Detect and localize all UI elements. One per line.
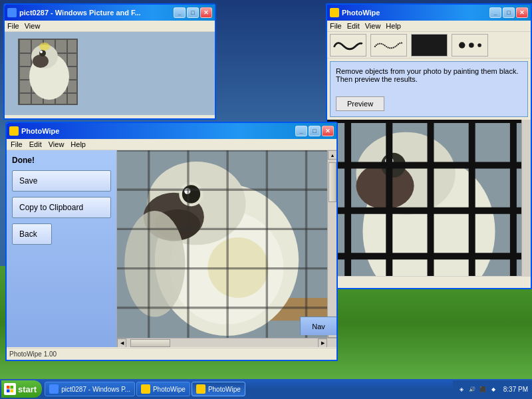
main-menubar: File Edit View Help — [7, 139, 336, 150]
volume-icon: 🔊 — [467, 384, 477, 394]
parrot-thumbnail — [18, 39, 78, 105]
svg-rect-67 — [11, 390, 14, 393]
taskbar-item-photowipe-1[interactable]: PhotoWipe — [136, 382, 190, 396]
large-photowipe-controls: _ □ ✕ — [489, 7, 528, 18]
large-photowipe-content — [327, 120, 531, 289]
menu-help-main[interactable]: Help — [70, 140, 86, 148]
menu-view-main[interactable]: View — [49, 140, 65, 148]
svg-rect-65 — [11, 386, 14, 389]
menu-view[interactable]: View — [25, 22, 41, 30]
status-text: PhotoWipe 1.00 — [9, 350, 57, 358]
scroll-thumb-horizontal[interactable] — [130, 339, 170, 347]
main-body: Done! Save Copy to Clipboard Back — [7, 150, 336, 347]
large-photowipe-window: PhotoWipe _ □ ✕ File Edit View Help — [326, 3, 532, 289]
svg-point-50 — [124, 211, 185, 317]
close-button[interactable]: ✕ — [200, 7, 212, 18]
close-button-large[interactable]: ✕ — [516, 7, 528, 18]
picture-viewer-title: pict0287 - Windows Picture and F... — [7, 8, 141, 17]
taskbar: start pict0287 - Windows P... PhotoWipe … — [0, 379, 532, 399]
main-photowipe-window: PhotoWipe _ □ ✕ File Edit View Help Done… — [5, 122, 338, 361]
large-photowipe-titlebar: PhotoWipe _ □ ✕ — [327, 5, 531, 21]
large-scrollbar-vertical[interactable] — [521, 120, 531, 289]
main-maximize-button[interactable]: □ — [309, 126, 321, 136]
main-window-controls: _ □ ✕ — [295, 126, 334, 136]
taskbar-item-picture-viewer[interactable]: pict0287 - Windows P... — [45, 382, 135, 396]
picture-viewer-icon — [7, 8, 17, 17]
main-close-button[interactable]: ✕ — [322, 126, 334, 136]
parrot-thumb-svg — [19, 40, 78, 105]
scroll-up-arrow[interactable]: ▲ — [328, 150, 336, 160]
preview-button[interactable]: Preview — [336, 96, 384, 111]
taskbar-item-label-1: pict0287 - Windows P... — [61, 386, 130, 393]
scroll-left-arrow[interactable]: ◀ — [117, 338, 126, 347]
menu-edit-main[interactable]: Edit — [29, 140, 42, 148]
left-panel: Done! Save Copy to Clipboard Back — [7, 150, 116, 347]
minimize-button-large[interactable]: _ — [489, 7, 501, 18]
scrollbar-horizontal[interactable]: ◀ ▶ — [117, 338, 336, 347]
svg-point-48 — [182, 185, 200, 203]
save-button[interactable]: Save — [12, 170, 111, 192]
main-minimize-button[interactable]: _ — [295, 126, 307, 136]
minimize-button[interactable]: _ — [174, 7, 186, 18]
system-tray-icons: ◈ 🔊 ⬛ ◆ — [457, 384, 498, 394]
svg-point-20 — [477, 43, 481, 47]
main-title: PhotoWipe — [9, 126, 59, 136]
menu-view-large[interactable]: View — [365, 22, 381, 30]
large-parrot-svg — [327, 120, 531, 289]
image-panel: ▲ ▼ ◀ ▶ Nav — [116, 150, 336, 347]
photowipe-icon — [330, 8, 339, 17]
menu-file[interactable]: File — [7, 22, 19, 30]
scroll-thumb-vertical[interactable] — [329, 162, 336, 202]
wavy-tool-2[interactable] — [370, 34, 407, 57]
system-clock: 8:37 PM — [501, 386, 528, 393]
svg-rect-17 — [415, 39, 443, 51]
back-button[interactable]: Back — [12, 223, 52, 245]
menu-help-large[interactable]: Help — [386, 22, 401, 30]
done-label: Done! — [12, 156, 111, 165]
status-bar: PhotoWipe 1.00 — [7, 348, 336, 360]
description-box: Remove objects from your photo by painti… — [330, 61, 528, 117]
large-status-bar — [327, 276, 531, 288]
antivirus-icon: ◆ — [489, 384, 498, 394]
svg-point-19 — [469, 43, 474, 48]
main-photowipe-icon — [9, 126, 19, 136]
picture-viewer-content — [5, 32, 215, 115]
picture-viewer-taskbar-icon — [49, 384, 59, 394]
picture-viewer-titlebar: pict0287 - Windows Picture and F... _ □ … — [5, 5, 215, 21]
start-button[interactable]: start — [1, 380, 42, 398]
nav-label: Nav — [312, 323, 325, 331]
taskbar-item-label-3: PhotoWipe — [208, 386, 241, 393]
svg-rect-64 — [7, 386, 10, 389]
menu-file-main[interactable]: File — [11, 140, 23, 148]
windows-logo — [4, 383, 16, 395]
maximize-button[interactable]: □ — [187, 7, 199, 18]
maximize-button-large[interactable]: □ — [503, 7, 515, 18]
main-titlebar: PhotoWipe _ □ ✕ — [7, 123, 336, 139]
photowipe-taskbar-icon-1 — [141, 384, 150, 394]
picture-viewer-menubar: File View — [5, 21, 215, 32]
wavy-tool-1[interactable] — [330, 34, 366, 57]
svg-point-15 — [40, 51, 43, 53]
picture-viewer-window: pict0287 - Windows Picture and F... _ □ … — [3, 3, 216, 120]
desktop: pict0287 - Windows Picture and F... _ □ … — [0, 0, 532, 399]
start-label: start — [18, 384, 37, 394]
taskbar-right: ◈ 🔊 ⬛ ◆ 8:37 PM — [453, 380, 532, 398]
menu-file-large[interactable]: File — [330, 22, 342, 30]
large-photowipe-toolbar — [327, 32, 531, 59]
taskbar-item-label-2: PhotoWipe — [153, 386, 186, 393]
svg-point-14 — [39, 50, 46, 57]
taskbar-items: pict0287 - Windows P... PhotoWipe PhotoW… — [45, 382, 453, 396]
large-photowipe-title: PhotoWipe — [330, 8, 380, 17]
battery-icon: ⬛ — [478, 384, 487, 394]
taskbar-item-photowipe-2[interactable]: PhotoWipe — [192, 382, 245, 396]
network-icon: ◈ — [457, 384, 466, 394]
scroll-right-arrow[interactable]: ▶ — [318, 338, 327, 347]
photowipe-taskbar-icon-2 — [196, 384, 205, 394]
menu-edit-large[interactable]: Edit — [347, 22, 360, 30]
dots-tool[interactable] — [452, 34, 488, 57]
copy-to-clipboard-button[interactable]: Copy to Clipboard — [12, 197, 111, 218]
large-photowipe-menubar: File Edit View Help — [327, 21, 531, 32]
nav-area: Nav — [300, 317, 336, 335]
rect-tool[interactable] — [411, 34, 448, 57]
svg-rect-66 — [7, 390, 10, 393]
